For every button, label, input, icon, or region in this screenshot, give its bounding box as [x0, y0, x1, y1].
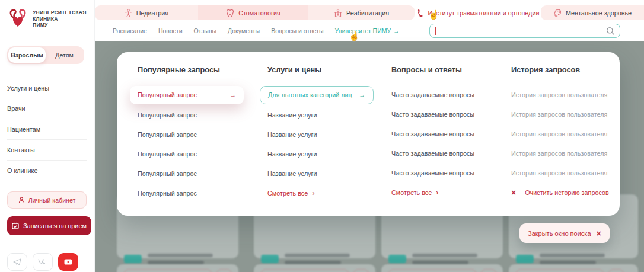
column-title: История запросов — [503, 65, 620, 78]
see-all-label: Смотреть все — [391, 189, 432, 196]
sidebar-item-services[interactable]: Услуги и цены — [7, 78, 87, 98]
faq-column: Вопросы и ответы Часто задаваемые вопрос… — [384, 65, 503, 216]
popular-query-item[interactable]: Популярный запрос — [130, 124, 260, 144]
faq-see-all-link[interactable]: Смотреть все › — [384, 183, 503, 202]
arrow-right-icon: → — [359, 91, 365, 98]
search-input[interactable] — [435, 25, 606, 37]
close-search-button[interactable]: Закрыть окно поиска × — [519, 223, 610, 243]
popular-query-featured[interactable]: Популярный запрос → — [130, 86, 244, 104]
privileged-categories-link[interactable]: Для льготных категорий лиц → — [260, 86, 374, 104]
arrow-right-icon: → — [229, 91, 236, 98]
blurred-card — [381, 264, 503, 272]
university-link-label: Университет ПИМУ — [335, 27, 391, 34]
history-item[interactable]: История запросов пользователя — [503, 124, 620, 143]
nav-link-documents[interactable]: Документы — [228, 27, 260, 34]
history-item[interactable]: История запросов пользователя — [503, 104, 620, 124]
badge — [124, 255, 142, 263]
service-item[interactable]: Название услуги — [260, 105, 384, 124]
tab-label: Педиатрия — [136, 9, 168, 17]
appointment-button-label: Записаться на прием — [23, 222, 87, 229]
tab-mental-health[interactable]: Ментальное здоровье — [541, 5, 644, 20]
popular-query-item[interactable]: Популярный запрос — [130, 105, 260, 124]
pediatrics-icon — [125, 9, 132, 17]
account-button[interactable]: Личный кабинет — [7, 191, 87, 209]
text-caret — [435, 27, 436, 35]
bone-icon — [416, 9, 424, 17]
services-see-all-link[interactable]: Смотреть все › — [260, 183, 384, 203]
nav-link-schedule[interactable]: Расписание — [113, 27, 147, 34]
cursor-hand-icon: ☝ — [349, 31, 360, 41]
logo[interactable]: УНИВЕРСИТЕТСКАЯ КЛИНИКА ПИМУ — [7, 8, 88, 30]
sidebar-item-contacts[interactable]: Контакты — [7, 139, 87, 160]
history-item[interactable]: История запросов пользователя — [503, 163, 620, 183]
rehabilitation-icon — [334, 9, 342, 17]
blurred-card — [254, 264, 375, 272]
secondary-nav: Расписание Новости Отзывы Документы Вопр… — [95, 20, 644, 41]
nav-link-university[interactable]: Университет ПИМУ → — [335, 27, 400, 34]
history-column: История запросов История запросов пользо… — [503, 65, 620, 216]
faq-item[interactable]: Часто задаваемые вопросы — [384, 124, 503, 143]
see-all-label: Смотреть все — [267, 190, 308, 197]
column-title: Услуги и цены — [260, 65, 384, 78]
faq-item[interactable]: Часто задаваемые вопросы — [384, 85, 503, 104]
tab-rehabilitation[interactable]: Реабилитация — [308, 5, 415, 20]
service-item[interactable]: Название услуги — [260, 124, 384, 144]
person-icon — [18, 197, 25, 203]
services-column: Услуги и цены Для льготных категорий лиц… — [260, 65, 384, 216]
telegram-icon — [13, 258, 21, 266]
faq-item[interactable]: Часто задаваемые вопросы — [384, 143, 503, 163]
column-title: Популярные запросы — [130, 65, 260, 78]
faq-item[interactable]: Часто задаваемые вопросы — [384, 163, 503, 183]
service-item[interactable]: Название услуги — [260, 144, 384, 164]
vk-icon — [38, 258, 47, 265]
nav-link-reviews[interactable]: Отзывы — [194, 27, 216, 34]
close-search-label: Закрыть окно поиска — [528, 230, 591, 237]
featured-label: Популярный запрос — [138, 91, 197, 98]
search-box — [429, 24, 620, 38]
nav-link-news[interactable]: Новости — [158, 27, 183, 34]
nav-link-faq[interactable]: Вопросы и ответы — [271, 27, 323, 34]
appointment-button[interactable]: Записаться на прием — [7, 216, 91, 235]
account-button-label: Личный кабинет — [28, 197, 76, 204]
close-icon: × — [597, 229, 601, 238]
popular-queries-column: Популярные запросы Популярный запрос → П… — [130, 65, 260, 216]
page: УНИВЕРСИТЕТСКАЯ КЛИНИКА ПИМУ Взрослым Де… — [0, 0, 644, 272]
search-icon[interactable] — [606, 27, 615, 36]
tab-pediatrics[interactable]: Педиатрия — [95, 5, 198, 20]
clear-x-icon: × — [511, 188, 516, 197]
column-title: Вопросы и ответы — [384, 65, 503, 78]
arrow-right-icon: → — [393, 27, 400, 34]
tooth-icon — [226, 9, 234, 17]
sidebar-item-patients[interactable]: Пациентам — [7, 119, 87, 139]
sidebar: УНИВЕРСИТЕТСКАЯ КЛИНИКА ПИМУ Взрослым Де… — [0, 0, 95, 272]
telegram-button[interactable] — [7, 253, 27, 271]
popular-query-item[interactable]: Популярный запрос — [130, 183, 260, 203]
tab-label: Институт травматологии и ортопедии — [428, 9, 540, 17]
tab-label: Стоматология — [238, 9, 280, 17]
clinic-logo-icon — [7, 8, 28, 30]
popular-query-item[interactable]: Популярный запрос — [130, 164, 260, 183]
toggle-adults[interactable]: Взрослым — [8, 47, 46, 63]
sidebar-item-about[interactable]: О клинике — [7, 160, 87, 181]
chevron-right-icon: › — [312, 189, 314, 197]
tab-label: Реабилитация — [346, 9, 389, 17]
blurred-card — [117, 264, 238, 272]
service-item[interactable]: Название услуги — [260, 164, 384, 183]
mental-health-icon — [553, 9, 562, 17]
clear-history-button[interactable]: × Очистить историю запросов — [503, 183, 620, 202]
logo-text: УНИВЕРСИТЕТСКАЯ КЛИНИКА ПИМУ — [33, 9, 87, 28]
toggle-children[interactable]: Детям — [46, 47, 83, 63]
faq-item[interactable]: Часто задаваемые вопросы — [384, 104, 503, 124]
vk-button[interactable] — [33, 253, 53, 271]
popular-query-item[interactable]: Популярный запрос — [130, 144, 260, 164]
search-dropdown-panel: Популярные запросы Популярный запрос → П… — [117, 52, 620, 216]
tab-dentistry[interactable]: Стоматология — [198, 5, 308, 20]
sidebar-item-doctors[interactable]: Врачи — [7, 98, 87, 119]
department-tabs: Педиатрия Стоматология Реабилитация Инст… — [95, 5, 644, 20]
youtube-icon — [64, 258, 72, 265]
clear-history-label: Очистить историю запросов — [525, 189, 608, 196]
history-item[interactable]: История запросов пользователя — [503, 85, 620, 104]
youtube-button[interactable] — [58, 253, 78, 271]
social-links — [7, 253, 88, 271]
history-item[interactable]: История запросов пользователя — [503, 143, 620, 163]
